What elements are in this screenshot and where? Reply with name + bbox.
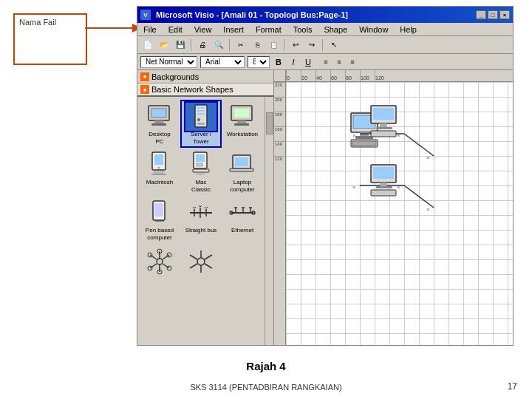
menu-edit[interactable]: Edit — [166, 25, 185, 34]
backgrounds-icon: ■ — [140, 72, 149, 81]
size-dropdown[interactable]: 8pt — [248, 56, 270, 68]
straight-bus-icon — [185, 199, 216, 227]
style-dropdown[interactable]: Net Normal — [140, 56, 197, 68]
svg-rect-89 — [380, 123, 387, 127]
close-button[interactable]: × — [499, 10, 510, 19]
toolbar: 📄 📂 💾 🖨 🔍 ✂ ⎘ 📋 ↩ ↪ ↖ — [137, 36, 513, 54]
svg-rect-5 — [151, 109, 166, 117]
toolbar-redo[interactable]: ↪ — [304, 38, 319, 52]
title-bar-controls[interactable]: _ □ × — [476, 10, 510, 19]
ruler-mark-160: 160 — [274, 126, 285, 141]
ruler-mark-100: 100 — [360, 70, 375, 81]
basic-network-label: Basic Network Shapes — [151, 85, 233, 94]
svg-rect-27 — [235, 157, 248, 166]
menu-view[interactable]: View — [191, 25, 215, 34]
toolbar-cut[interactable]: ✂ — [233, 38, 248, 52]
canvas-inner[interactable]: × × × × × × — [286, 82, 513, 345]
toolbar-open[interactable]: 📂 — [157, 38, 171, 52]
underline-button[interactable]: U — [302, 56, 314, 68]
backgrounds-header[interactable]: ■ Backgrounds — [137, 70, 273, 83]
format-bar: Net Normal Arial 8pt B I U ≡ ≡ ≡ — [137, 54, 513, 70]
toolbar-print[interactable]: 🖨 — [195, 38, 210, 52]
shape-desktop-pc[interactable]: DesktopPC — [140, 101, 179, 146]
shapes-scrollbar[interactable] — [265, 97, 273, 345]
svg-rect-96 — [371, 190, 396, 196]
mac-classic-label: MacClassic — [191, 179, 211, 193]
canvas-computer-2[interactable] — [367, 163, 408, 204]
ruler-mark-120v: 120 — [274, 156, 285, 171]
svg-rect-4 — [151, 123, 166, 126]
server-tower-icon — [185, 103, 216, 131]
svg-rect-28 — [230, 168, 253, 171]
toolbar-copy[interactable]: ⎘ — [250, 38, 265, 52]
shape-workstation[interactable]: Workstation — [223, 101, 262, 146]
toolbar-preview[interactable]: 🔍 — [211, 38, 226, 52]
svg-line-66 — [205, 255, 212, 259]
caption: Rajah 4 — [0, 360, 532, 372]
svg-point-10 — [197, 118, 200, 121]
basic-network-header[interactable]: ■ Basic Network Shapes — [137, 83, 273, 97]
shape-star2[interactable] — [182, 246, 220, 277]
svg-rect-20 — [151, 174, 166, 175]
window-title: Microsoft Visio - [Amali 01 - Topologi B… — [156, 10, 348, 19]
shape-macintosh[interactable]: Macintosh — [140, 149, 179, 194]
menu-help[interactable]: Help — [397, 25, 420, 34]
page-num-label: 17 — [508, 381, 517, 392]
shape-server-tower[interactable]: Server /Tower — [182, 101, 220, 146]
shape-straight-bus[interactable]: Straight bus — [182, 197, 220, 242]
svg-line-78 — [404, 134, 434, 156]
ethernet-label: Ethernet — [231, 227, 253, 234]
svg-rect-93 — [373, 167, 394, 179]
ruler-mark-180: 180 — [274, 112, 285, 126]
toolbar-save[interactable]: 💾 — [173, 38, 188, 52]
pen-based-icon — [144, 199, 175, 227]
menu-format[interactable]: Format — [253, 25, 284, 34]
menu-insert[interactable]: Insert — [220, 25, 247, 34]
title-bar: V Microsoft Visio - [Amali 01 - Topologi… — [137, 7, 513, 23]
menu-shape[interactable]: Shape — [321, 25, 350, 34]
svg-text:×: × — [426, 206, 430, 213]
svg-line-37 — [194, 207, 196, 208]
canvas-computer-1[interactable] — [367, 104, 408, 145]
mac-classic-icon — [185, 151, 216, 179]
arrow-connector — [85, 21, 144, 35]
shape-mac-classic[interactable]: MacClassic — [182, 149, 220, 194]
bold-button[interactable]: B — [273, 56, 284, 68]
toolbar-pointer[interactable]: ↖ — [327, 38, 341, 52]
star2-icon — [185, 248, 216, 276]
star1-icon — [144, 248, 175, 276]
nama-fail-label: Nama Fail — [19, 18, 56, 27]
svg-rect-14 — [234, 123, 249, 126]
svg-line-70 — [190, 255, 197, 259]
shape-star1[interactable] — [140, 246, 179, 277]
italic-button[interactable]: I — [287, 56, 299, 68]
shape-ethernet[interactable]: Ethernet — [223, 197, 262, 242]
shapes-grid: DesktopPC — [137, 97, 273, 282]
toolbar-paste[interactable]: 📋 — [266, 38, 281, 52]
workstation-label: Workstation — [227, 131, 258, 138]
menu-window[interactable]: Window — [356, 25, 391, 34]
pen-based-label: Pen basedcomputer — [146, 227, 174, 241]
align-left-button[interactable]: ≡ — [320, 56, 332, 68]
font-dropdown[interactable]: Arial — [200, 56, 245, 68]
ruler-mark-220: 220 — [274, 82, 285, 97]
align-center-button[interactable]: ≡ — [333, 56, 345, 68]
maximize-button[interactable]: □ — [488, 10, 498, 19]
nama-fail-box: Nama Fail — [13, 13, 87, 65]
minimize-button[interactable]: _ — [476, 10, 486, 19]
toolbar-undo[interactable]: ↩ — [288, 38, 303, 52]
shapes-scroll-thumb[interactable] — [266, 112, 273, 134]
menu-bar: File Edit View Insert Format Tools Shape… — [137, 23, 513, 36]
shape-pen-based[interactable]: Pen basedcomputer — [140, 197, 179, 242]
toolbar-new[interactable]: 📄 — [140, 38, 155, 52]
menu-file[interactable]: File — [140, 25, 160, 34]
ruler-corner — [274, 70, 286, 82]
svg-line-67 — [205, 264, 212, 268]
shape-laptop[interactable]: Laptopcomputer — [223, 149, 262, 194]
ruler-mark-140: 140 — [274, 141, 285, 156]
svg-rect-8 — [197, 110, 205, 112]
page-number: 17 — [508, 381, 517, 392]
svg-rect-88 — [373, 108, 394, 120]
align-right-button[interactable]: ≡ — [347, 56, 358, 68]
menu-tools[interactable]: Tools — [290, 25, 316, 34]
